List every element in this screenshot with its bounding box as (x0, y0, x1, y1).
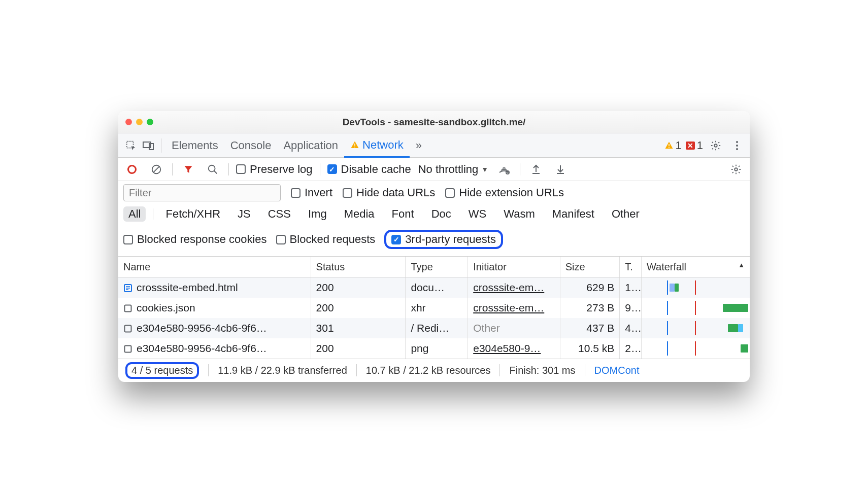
minimize-icon[interactable] (136, 119, 143, 125)
svg-point-16 (735, 168, 738, 171)
panel-tabs: Elements Console Application Network » 1… (118, 133, 750, 158)
requests-count: 4 / 5 requests (131, 365, 193, 376)
error-icon: ✕ (686, 142, 695, 150)
col-type[interactable]: Type (406, 257, 468, 277)
close-icon[interactable] (125, 119, 132, 125)
hide-extension-urls-checkbox[interactable]: Hide extension URLs (445, 186, 564, 199)
request-waterfall (641, 338, 750, 359)
chevron-down-icon: ▼ (481, 165, 488, 173)
table-row[interactable]: e304e580-9956-4cb6-9f6… 200 png e304e580… (118, 338, 750, 359)
type-img[interactable]: Img (303, 206, 332, 222)
filter-input[interactable] (123, 184, 281, 201)
inspect-icon[interactable] (122, 137, 140, 154)
window-controls (125, 119, 153, 125)
status-bar: 4 / 5 requests 11.9 kB / 22.9 kB transfe… (118, 359, 750, 382)
maximize-icon[interactable] (147, 119, 153, 125)
request-initiator[interactable]: Other (468, 318, 560, 338)
settings-icon[interactable] (707, 137, 724, 154)
tab-elements[interactable]: Elements (165, 133, 224, 157)
request-initiator[interactable]: crosssite-em… (468, 277, 560, 298)
col-name[interactable]: Name (118, 257, 311, 277)
file-icon (123, 344, 132, 354)
col-time[interactable]: T. (620, 257, 642, 277)
more-icon[interactable] (728, 137, 746, 154)
table-row[interactable]: e304e580-9956-4cb6-9f6… 301 / Redi… Othe… (118, 318, 750, 338)
svg-point-10 (736, 148, 738, 150)
record-button[interactable] (123, 161, 141, 178)
resources-size: 10.7 kB / 21.2 kB resources (366, 365, 491, 376)
col-size[interactable]: Size (560, 257, 619, 277)
warning-count[interactable]: 1 (664, 139, 682, 152)
type-media[interactable]: Media (339, 206, 380, 222)
warning-icon (664, 141, 674, 150)
network-conditions-icon[interactable] (495, 161, 513, 178)
type-doc[interactable]: Doc (426, 206, 456, 222)
svg-point-8 (736, 141, 738, 143)
tab-console[interactable]: Console (224, 133, 278, 157)
blocked-cookies-checkbox[interactable]: Blocked response cookies (123, 233, 267, 246)
type-ws[interactable]: WS (463, 206, 491, 222)
domcontentloaded-time: DOMCont (594, 365, 640, 376)
tab-network[interactable]: Network (344, 134, 410, 158)
type-font[interactable]: Font (387, 206, 419, 222)
download-har-icon[interactable] (552, 161, 569, 178)
file-icon (123, 304, 132, 313)
request-size: 629 B (560, 277, 619, 298)
request-time: 1.. (620, 277, 642, 298)
type-manifest[interactable]: Manifest (547, 206, 599, 222)
table-row[interactable]: crosssite-embed.html 200 docu… crosssite… (118, 277, 750, 298)
hide-data-urls-checkbox[interactable]: Hide data URLs (343, 186, 435, 199)
svg-rect-21 (125, 305, 131, 311)
upload-har-icon[interactable] (527, 161, 545, 178)
svg-rect-4 (354, 147, 355, 148)
network-toolbar: Preserve log Disable cache No throttling… (118, 158, 750, 181)
request-initiator[interactable]: crosssite-em… (468, 298, 560, 318)
svg-rect-5 (669, 144, 670, 147)
third-party-highlight: 3rd-party requests (384, 230, 503, 249)
filter-icon[interactable] (180, 161, 197, 178)
request-name: crosssite-embed.html (137, 281, 238, 293)
col-status[interactable]: Status (311, 257, 406, 277)
preserve-log-checkbox[interactable]: Preserve log (236, 163, 313, 176)
request-type: xhr (406, 298, 468, 318)
request-status: 301 (311, 318, 406, 338)
request-time: 9.. (620, 298, 642, 318)
requests-table: Name Status Type Initiator Size T. Water… (118, 257, 750, 359)
transferred-size: 11.9 kB / 22.9 kB transferred (218, 365, 347, 376)
request-size: 10.5 kB (560, 338, 619, 359)
type-all[interactable]: All (123, 206, 146, 222)
invert-checkbox[interactable]: Invert (291, 186, 332, 199)
col-initiator[interactable]: Initiator (468, 257, 560, 277)
error-count[interactable]: ✕ 1 (686, 139, 703, 152)
sort-asc-icon: ▲ (738, 261, 745, 269)
tab-application[interactable]: Application (277, 133, 344, 157)
checkbox-icon (343, 188, 352, 198)
clear-button[interactable] (148, 161, 165, 178)
col-waterfall[interactable]: Waterfall▲ (641, 257, 750, 277)
request-waterfall (641, 318, 750, 338)
svg-rect-6 (669, 147, 670, 148)
request-type: docu… (406, 277, 468, 298)
table-row[interactable]: cookies.json 200 xhr crosssite-em… 273 B… (118, 298, 750, 318)
panel-settings-icon[interactable] (727, 161, 745, 178)
request-initiator[interactable]: e304e580-9… (468, 338, 560, 359)
type-fetch-xhr[interactable]: Fetch/XHR (160, 206, 225, 222)
type-wasm[interactable]: Wasm (498, 206, 540, 222)
type-css[interactable]: CSS (263, 206, 296, 222)
checkbox-icon (123, 235, 133, 244)
throttling-select[interactable]: No throttling ▼ (418, 163, 488, 176)
document-icon (123, 284, 132, 293)
request-time: 4.. (620, 318, 642, 338)
svg-point-7 (714, 144, 717, 147)
device-icon[interactable] (140, 137, 157, 154)
search-icon[interactable] (204, 161, 221, 178)
type-js[interactable]: JS (232, 206, 256, 222)
window-title: DevTools - samesite-sandbox.glitch.me/ (118, 117, 750, 128)
tabs-overflow[interactable]: » (410, 133, 428, 157)
blocked-requests-checkbox[interactable]: Blocked requests (276, 233, 376, 246)
disable-cache-checkbox[interactable]: Disable cache (327, 163, 411, 176)
request-name: cookies.json (137, 302, 195, 313)
request-waterfall (641, 298, 750, 318)
third-party-checkbox[interactable]: 3rd-party requests (391, 233, 496, 246)
type-other[interactable]: Other (607, 206, 645, 222)
